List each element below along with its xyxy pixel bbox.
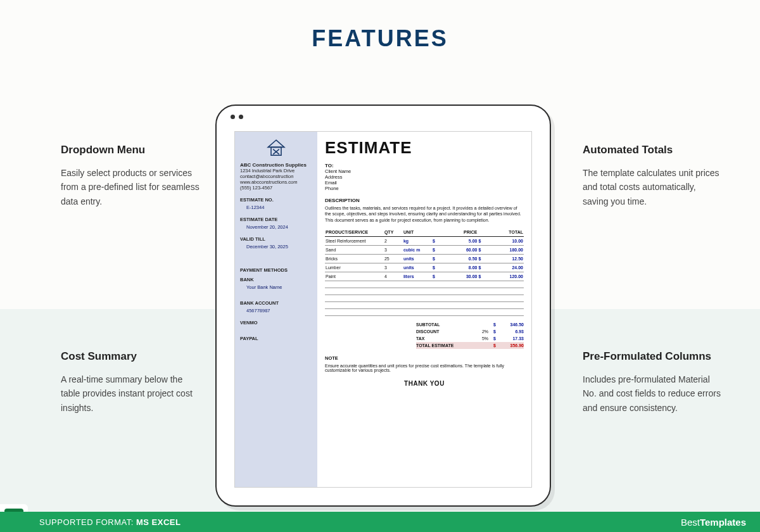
document-main: ESTIMATE TO: Client Name Address Email P…: [317, 132, 531, 487]
label-subtotal: SUBTOTAL: [416, 322, 472, 327]
col-qty: QTY: [384, 228, 403, 237]
label-discount: DISCOUNT: [416, 329, 472, 334]
label-tax: TAX: [416, 336, 472, 341]
feature-automated-totals: Automated Totals The template calculates…: [583, 143, 722, 208]
value-estimate-no: E-12344: [246, 205, 312, 210]
company-phone: (555) 123-4567: [240, 185, 312, 191]
label-estimate-no: ESTIMATE NO.: [240, 197, 312, 203]
svg-marker-0: [268, 140, 284, 147]
label-to: TO:: [325, 163, 524, 168]
value-estimate-date: November 20, 2024: [246, 224, 312, 230]
value-tax: 17.33: [496, 336, 524, 341]
feature-title: Cost Summary: [61, 350, 200, 364]
note-text: Ensure accurate quantities and unit pric…: [325, 364, 524, 372]
table-row: Lumber3units$8.00$24.00: [325, 263, 524, 272]
label-estimate-date: ESTIMATE DATE: [240, 217, 312, 222]
note-section: NOTE Ensure accurate quantities and unit…: [325, 355, 524, 372]
company-name: ABC Construction Supplies: [240, 162, 312, 168]
table-row-blank: [325, 295, 524, 302]
footer-bar: SUPPORTED FORMAT: MS EXCEL BestTemplates: [0, 512, 760, 532]
value-subtotal: 346.50: [496, 322, 524, 327]
description-text: Outlines the tasks, materials, and servi…: [325, 205, 524, 223]
label-bank: BANK: [240, 277, 312, 282]
table-row-blank: [325, 281, 524, 288]
value-discount: 6.93: [496, 329, 524, 334]
feature-body: Includes pre-formulated Material No. and…: [583, 372, 722, 415]
feature-title: Dropdown Menu: [61, 143, 200, 157]
value-tax-pct: 5%: [472, 336, 488, 341]
col-total: TOTAL: [478, 228, 524, 237]
table-row: Steel Reinforcement2kg$5.00$10.00: [325, 237, 524, 246]
table-row-blank: [325, 288, 524, 295]
feature-body: Easily select products or services from …: [61, 166, 200, 208]
feature-preformulated-columns: Pre-Formulated Columns Includes pre-form…: [583, 350, 722, 415]
feature-dropdown-menu: Dropdown Menu Easily select products or …: [61, 143, 200, 208]
col-unit: UNIT: [403, 228, 432, 237]
label-note: NOTE: [325, 355, 338, 361]
feature-body: The template calculates unit prices and …: [583, 166, 722, 208]
label-venmo: VENMO: [240, 320, 312, 326]
value-bank-account: 456778987: [246, 308, 312, 314]
sidebar: ABC Construction Supplies 1234 Industria…: [235, 132, 317, 487]
feature-title: Pre-Formulated Columns: [583, 350, 722, 364]
device-frame: ABC Construction Supplies 1234 Industria…: [215, 104, 551, 507]
col-product: PRODUCT/SERVICE: [325, 228, 384, 237]
brand-logo: BestTemplates: [681, 517, 746, 528]
label-description: DESCRIPTION: [325, 198, 524, 203]
field-client-name: Client Name: [325, 168, 524, 174]
table-row: Paint4liters$30.00$120.00: [325, 272, 524, 281]
thank-you: THANK YOU: [325, 380, 524, 387]
feature-title: Automated Totals: [583, 143, 722, 157]
table-row: Sand3cubic m$60.00$180.00: [325, 246, 524, 255]
company-email: contact@abcconstruction: [240, 174, 312, 179]
value-discount-pct: 2%: [472, 329, 488, 334]
feature-body: A real-time summary below the table prov…: [61, 372, 200, 415]
feature-cost-summary: Cost Summary A real-time summary below t…: [61, 350, 200, 415]
field-phone: Phone: [325, 186, 524, 191]
label-paypal: PAYPAL: [240, 336, 312, 341]
supported-format: SUPPORTED FORMAT: MS EXCEL: [39, 517, 180, 527]
label-payment-methods: PAYMENT METHODS: [240, 267, 312, 273]
value-total-estimate: 356.90: [496, 343, 524, 348]
items-table: PRODUCT/SERVICE QTY UNIT PRICE TOTAL Ste…: [325, 228, 524, 316]
page-title: FEATURES: [0, 25, 760, 52]
value-bank-name: Your Bank Name: [246, 284, 312, 290]
field-email: Email: [325, 180, 524, 186]
value-valid-till: December 30, 2025: [246, 244, 312, 250]
totals-box: SUBTOTAL$346.50 DISCOUNT2%$6.93 TAX5%$17…: [416, 321, 524, 349]
label-bank-account: BANK ACCOUNT: [240, 300, 312, 306]
company-website: www.abcconstructions.com: [240, 179, 312, 185]
table-row-blank: [325, 302, 524, 309]
label-total-estimate: TOTAL ESTIMATE: [416, 343, 472, 348]
col-price: PRICE: [432, 228, 478, 237]
template-preview: ABC Construction Supplies 1234 Industria…: [234, 131, 532, 488]
company-address: 1234 Industrial Park Drive: [240, 168, 312, 174]
table-row: Bricks25units$0.50$12.50: [325, 255, 524, 263]
label-valid-till: VALID TILL: [240, 236, 312, 242]
company-logo-icon: [266, 138, 286, 158]
table-row-blank: [325, 309, 524, 316]
field-address: Address: [325, 174, 524, 180]
document-heading: ESTIMATE: [325, 138, 524, 158]
window-dots-icon: [231, 115, 243, 119]
